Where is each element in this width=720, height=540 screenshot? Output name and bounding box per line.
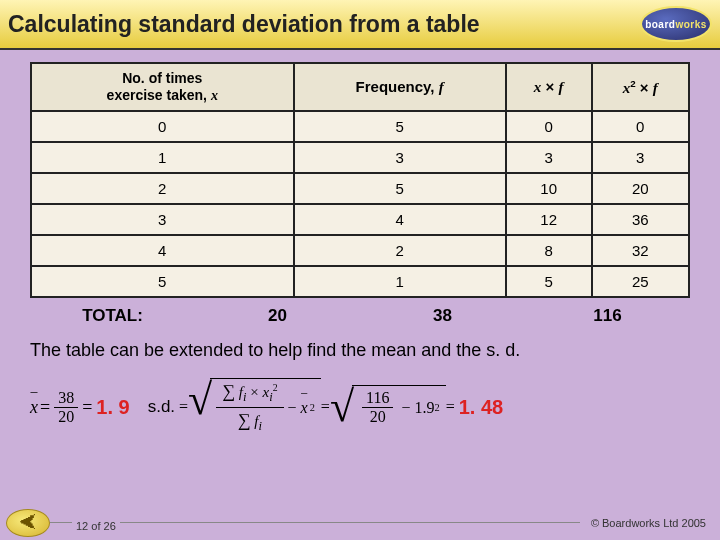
- logo-oval: boardworks: [640, 6, 712, 42]
- formula-row: x = 38 20 = 1. 9 s.d. = √ ∑ fi ×: [30, 371, 690, 443]
- xbar-symbol: x: [30, 397, 40, 418]
- sd-label: s.d.: [148, 397, 175, 417]
- sqrt-symbolic: √ ∑ fi × xi2 ∑ fi −: [188, 378, 321, 436]
- table-row: 1333: [31, 142, 689, 173]
- col-header-xf: x × f: [506, 63, 592, 111]
- copyright-text: © Boardworks Ltd 2005: [591, 517, 706, 529]
- mean-fraction: 38 20: [54, 389, 78, 425]
- mean-answer: 1. 9: [96, 396, 129, 419]
- logo-text-1: board: [645, 19, 675, 30]
- caption-text: The table can be extended to help find t…: [30, 340, 690, 361]
- arrow-left-icon: ⮜: [19, 513, 37, 534]
- boardworks-logo: boardworks: [640, 6, 712, 42]
- table-row: 251020: [31, 173, 689, 204]
- frequency-table: No. of times exercise taken, x Frequency…: [30, 62, 690, 298]
- prev-arrow-button[interactable]: ⮜: [6, 509, 50, 537]
- col-header-f: Frequency, f: [294, 63, 506, 111]
- sd-formula: s.d. = √ ∑ fi × xi2 ∑ fi: [148, 378, 504, 436]
- page-title: Calculating standard deviation from a ta…: [8, 11, 480, 38]
- total-x2f: 116: [525, 306, 690, 326]
- table-header-row: No. of times exercise taken, x Frequency…: [31, 63, 689, 111]
- table-row: 51525: [31, 266, 689, 297]
- sd-answer: 1. 48: [459, 396, 503, 419]
- total-f: 20: [195, 306, 360, 326]
- content-area: No. of times exercise taken, x Frequency…: [0, 50, 720, 443]
- header-bar: Calculating standard deviation from a ta…: [0, 0, 720, 50]
- total-label: TOTAL:: [30, 306, 195, 326]
- table-row: 42832: [31, 235, 689, 266]
- table-row: 0500: [31, 111, 689, 142]
- footer-bar: ⮜ © Boardworks Ltd 2005: [0, 506, 720, 540]
- sqrt-icon: √: [188, 378, 212, 436]
- total-xf: 38: [360, 306, 525, 326]
- sqrt-icon: √: [330, 385, 354, 429]
- col-header-x: No. of times exercise taken, x: [31, 63, 294, 111]
- totals-row: TOTAL: 20 38 116: [30, 302, 690, 330]
- col-header-x2f: x2 × f: [592, 63, 690, 111]
- mean-formula: x = 38 20 = 1. 9: [30, 389, 130, 425]
- sqrt-numeric: √ 116 20 − 1.92: [330, 385, 446, 429]
- table-row: 341236: [31, 204, 689, 235]
- logo-text-2: works: [675, 19, 706, 30]
